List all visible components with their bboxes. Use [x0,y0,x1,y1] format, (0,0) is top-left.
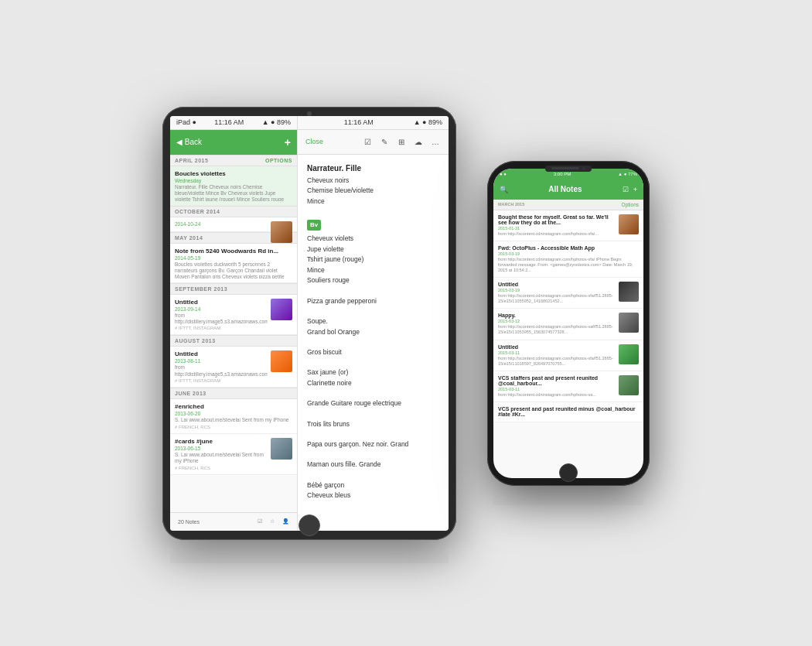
iphone-status-left: ● ● [500,172,507,176]
back-button[interactable]: ◀ Back [176,138,202,146]
section-header-oct-2014: OCTOBER 2014 [170,206,297,217]
share-icon[interactable]: ⊞ [396,136,407,147]
ipad-notes-panel: iPad ● 11:16 AM ▲ ● 89% ◀ Back + [170,116,298,531]
note-tag: # FRENCH, RCS [175,425,292,429]
iphone-note-text: VCS present and past reunited minus @coa… [498,406,639,418]
note-tag: # IFTTT, INSTAGRAM [175,326,292,330]
note-line-11: Grand bol Orange [307,327,439,338]
iphone-options-link[interactable]: Options [622,202,639,207]
note-tag: # IFTTT, INSTAGRAM [175,378,292,383]
profile-icon[interactable]: 👤 [282,518,289,525]
note-preview: S. Lai www.about.me/stevelai Sent from m… [175,452,268,465]
iphone-note-untitled2[interactable]: Untitled 2015-03-11 from http://scontent… [493,340,643,371]
note-line-3: Mince [307,197,439,207]
note-item-woodwards[interactable]: Note from 5240 Woodwards Rd in... 2014-0… [170,244,297,283]
iphone-body: ● ● 3:00 PM ▲ ● 77% 🔍 All Notes ☑ + [487,161,650,486]
notes-count: 20 Notes [178,519,200,525]
iphone-note-preview: from http://scontent.cdninstagram.com/hp… [498,392,616,398]
note-line-12: Gros biscuit [307,347,439,358]
note-line-6: Tshirt jaune (rouge) [307,255,439,265]
iphone-note-octoplus[interactable]: Fwd: OctoPlus - Accessible Math App 2015… [493,241,643,278]
iphone-header-title: All Notes [548,185,582,193]
note-item-enriched[interactable]: #enriched 2013-06-20 S. Lai www.about.me… [170,399,297,433]
iphone-status-time: 3:00 PM [554,172,571,176]
iphone-note-vcs1[interactable]: VCS staffers past and present reunited @… [493,371,643,402]
note-item-sep2013[interactable]: Untitled 2013-09-14 from http://distille… [170,295,297,336]
iphone-note-preview: from http://scontent.cdninstagram.com/hp… [498,257,639,273]
iphone-device: ● ● 3:00 PM ▲ ● 77% 🔍 All Notes ☑ + [487,161,650,486]
ipad-bottom-bar: 20 Notes ☑ ☆ 👤 [170,512,297,531]
iphone-status-right: ▲ ● 77% [618,172,637,176]
ipad-note-detail: 11:16 AM ▲ ● 89% Close ☑ ✎ ⊞ ☁ … [298,116,449,531]
ipad-left-header: ◀ Back + [170,130,297,155]
note-line-15: Grande Guitare rouge electrique [307,398,439,409]
note-date: 2014-05-19 [175,255,292,261]
iphone-note-happy[interactable]: Happy. 2015-03-12 from http://scontent.c… [493,309,643,340]
add-note-button[interactable]: + [285,136,291,149]
ipad-home-button[interactable] [299,514,320,536]
ipad-status-time2: 11:16 AM [344,118,374,126]
iphone-note-vcs2[interactable]: VCS present and past reunited minus @coa… [493,402,643,422]
iphone-speaker [551,167,579,169]
note-item-oct2014[interactable]: 2014-10-24 [170,217,297,232]
note-date: Wednesday [175,178,292,183]
note-line-19: Bébé garçon [307,480,439,491]
iphone-note-title: Bought these for myself. Great so far. W… [498,214,616,225]
iphone-note-preview: from http://scontent.cdninstagram.com/hp… [498,356,616,367]
ipad-camera [307,111,312,116]
iphone-screen: ● ● 3:00 PM ▲ ● 77% 🔍 All Notes ☑ + [493,169,643,478]
iphone-note-date: 2015-03-11 [498,387,616,391]
note-green-badge: Bv [307,220,321,231]
main-scene: iPad ● 11:16 AM ▲ ● 89% ◀ Back + [162,107,650,540]
iphone-checklist-icon[interactable]: ☑ [623,186,629,193]
checklist-toolbar-icon[interactable]: ☑ [362,136,373,147]
iphone-note-text: Untitled 2015-03-11 from http://scontent… [498,344,616,367]
iphone-note-title: Untitled [498,344,616,350]
more-icon[interactable]: … [430,136,441,147]
note-line-16: Trois lits bruns [307,419,439,430]
note-line-4: Cheveux violets [307,234,439,244]
cloud-icon[interactable]: ☁ [413,136,424,147]
iphone-note-thumb [619,214,639,234]
ipad-status-right: ▲ ● 89% [262,118,291,126]
close-button[interactable]: Close [305,138,323,145]
note-preview: Narrateur. Fille Cheveux noirs Chemise b… [175,184,292,201]
note-item-boucles[interactable]: Boucles violettes Wednesday Narrateur. F… [170,166,297,206]
ipad-screen: iPad ● 11:16 AM ▲ ● 89% ◀ Back + [170,116,449,531]
options-link[interactable]: Options [265,158,292,163]
iphone-note-title: Untitled [498,282,616,287]
note-line-13: Sax jaune (or) [307,367,439,378]
iphone-camera [545,166,592,172]
note-date: 2013-06-20 [175,411,292,416]
star-icon[interactable]: ☆ [270,518,275,525]
iphone-note-untitled1[interactable]: Untitled 2015-03-19 from http://scontent… [493,278,643,309]
iphone-note-text: Bought these for myself. Great so far. W… [498,214,616,237]
ipad-notes-list: APRIL 2015 Options Boucles violettes Wed… [170,155,297,512]
iphone-note-thumb [619,282,639,302]
checklist-icon[interactable]: ☑ [258,518,262,525]
iphone-note-text: VCS staffers past and present reunited @… [498,375,616,398]
note-line-17: Papa ours garçon. Nez noir. Grand [307,439,439,450]
note-content-body: Narrateur. Fille Cheveux noirs Chemise b… [298,155,449,531]
note-content-title: Narrateur. Fille [307,162,439,174]
edit-icon[interactable]: ✎ [379,136,390,147]
ipad-body: iPad ● 11:16 AM ▲ ● 89% ◀ Back + [162,107,456,540]
note-item-aug2013[interactable]: Untitled 2013-08-11 from http://distille… [170,347,297,388]
ipad-device: iPad ● 11:16 AM ▲ ● 89% ◀ Back + [162,107,456,540]
iphone-note-thumb [619,375,639,395]
note-line-20: Cheveux bleus [307,490,439,501]
section-header-april-2015: APRIL 2015 Options [170,155,297,166]
iphone-home-button[interactable] [559,463,578,482]
note-preview: from http://distillery.image5.s3.amazona… [175,364,268,378]
note-preview: Boucles violettes duckworth 5 personnes … [175,261,292,279]
iphone-note-preview: from http://scontent.cdninstagram.com/hp… [498,293,616,304]
note-line-1: Cheveux noirs [307,176,439,186]
note-item-cardsjune[interactable]: #cards #june 2013-06-15 S. Lai www.about… [170,434,297,475]
iphone-search-icon[interactable]: 🔍 [500,186,508,193]
iphone-note-date: 2015-03-11 [498,350,616,355]
note-tag: # FRENCH, RCS [175,466,292,470]
iphone-note-bought[interactable]: Bought these for myself. Great so far. W… [493,210,643,241]
ipad-reflection [170,544,449,563]
iphone-add-icon[interactable]: + [633,186,637,193]
note-line-9: Pizza grande pepperoni [307,296,439,307]
